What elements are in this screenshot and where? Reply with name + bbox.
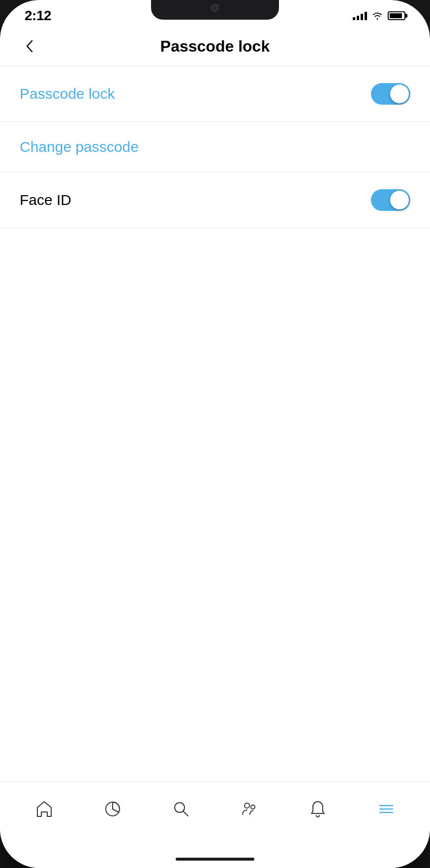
battery-icon [388,11,405,20]
svg-point-2 [245,803,249,808]
face-id-row[interactable]: Face ID [0,173,430,228]
face-id-toggle[interactable] [371,189,410,211]
phone-frame: 2:12 [0,0,430,868]
home-indicator [0,850,430,868]
passcode-lock-row[interactable]: Passcode lock [0,66,430,122]
screen: 2:12 [0,0,430,868]
change-passcode-row[interactable]: Change passcode [0,122,430,173]
menu-icon [375,798,398,820]
change-passcode-label: Change passcode [20,139,139,155]
notch [151,0,279,20]
svg-point-3 [251,805,255,809]
tab-chart[interactable] [78,793,147,825]
camera [211,4,219,12]
status-icons [353,11,405,20]
tab-bar [0,781,430,850]
back-button[interactable] [20,36,39,56]
chart-icon [101,798,124,820]
content: Passcode lock Change passcode Face ID [0,66,430,781]
tab-search[interactable] [147,793,215,825]
nav-bar: Passcode lock [0,27,430,66]
status-time: 2:12 [25,8,51,24]
signal-icon [353,11,367,20]
passcode-lock-label: Passcode lock [20,86,115,102]
bell-icon [307,798,329,820]
wifi-icon [372,12,383,20]
tab-notifications[interactable] [283,793,352,825]
page-title: Passcode lock [39,37,391,56]
home-bar [176,858,254,861]
passcode-lock-toggle[interactable] [371,83,410,105]
contacts-icon [238,798,261,820]
tab-menu[interactable] [352,793,420,825]
face-id-label: Face ID [20,192,71,208]
tab-home[interactable] [10,793,78,825]
search-icon [170,798,192,820]
tab-contacts[interactable] [215,793,283,825]
home-icon [33,798,56,820]
